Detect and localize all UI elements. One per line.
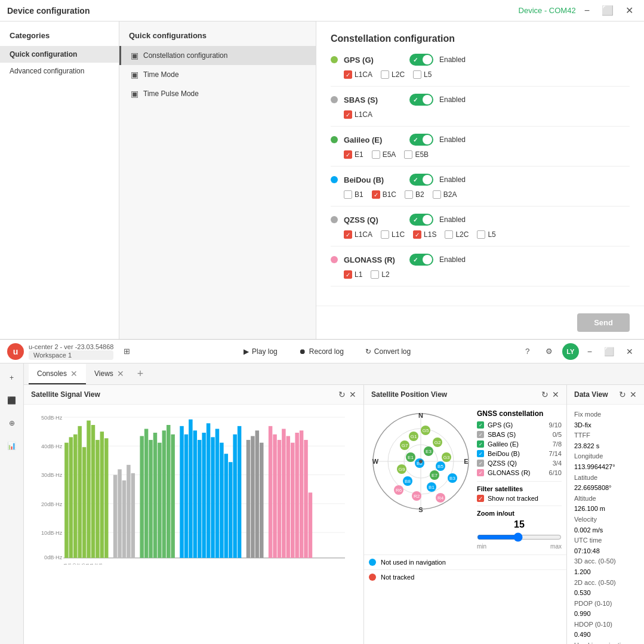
bottom-close-button[interactable]: ✕ (623, 346, 637, 358)
glonass-toggle[interactable]: ✓ (409, 254, 433, 266)
svg-text:N: N (418, 412, 423, 419)
ucenter-header: u u-center 2 - ver -23.03.54868 Workspac… (0, 340, 644, 363)
gnss-qzss-cb[interactable] (477, 460, 484, 467)
pdop-value: 0.990 (574, 609, 637, 620)
svg-rect-34 (171, 435, 175, 558)
altitude-value: 126.100 m (574, 504, 637, 514)
category-quick-config[interactable]: Quick configuration (0, 46, 119, 63)
views-wrapper: Consoles ✕ Views ✕ + Satellite Signal Vi… (24, 363, 644, 644)
qc-icon-timemode: ▣ (131, 70, 138, 79)
tab-views[interactable]: Views ✕ (86, 364, 133, 384)
gnss-glonass-cb[interactable]: ✓ (477, 469, 484, 476)
bottom-restore-button[interactable]: ⬜ (600, 346, 618, 358)
svg-rect-28 (144, 429, 149, 558)
minimize-button[interactable]: − (581, 4, 593, 17)
qzss-l1c[interactable]: L1C (381, 230, 405, 239)
zoom-slider[interactable] (477, 532, 562, 542)
category-advanced-config[interactable]: Advanced configuration (0, 63, 119, 79)
latitude-value: 22.6695808° (574, 483, 637, 494)
sbas-dot (331, 96, 338, 103)
tab-consoles-close[interactable]: ✕ (70, 369, 78, 378)
qzss-l2c[interactable]: L2C (445, 230, 469, 239)
gps-toggle[interactable]: ✓ (409, 54, 433, 66)
convert-log-button[interactable]: ↻ Convert log (360, 345, 415, 358)
sbas-toggle[interactable]: ✓ (409, 94, 433, 106)
glonass-l1[interactable]: L1 (344, 270, 362, 279)
nav-chart-icon[interactable]: 📊 (2, 436, 21, 455)
galileo-e5b[interactable]: E5B (404, 150, 429, 159)
qc-item-timemode[interactable]: ▣ Time Mode (119, 65, 316, 84)
close-button[interactable]: ✕ (622, 4, 637, 17)
record-log-button[interactable]: ⏺ Record log (294, 345, 349, 358)
constellation-qzss-row: QZSS (Q) ✓ Enabled (331, 214, 630, 226)
galileo-e5a[interactable]: E5A (372, 150, 396, 159)
qzss-toggle[interactable]: ✓ (409, 214, 433, 226)
svg-rect-17 (87, 421, 91, 558)
gnss-sbas-cb[interactable] (477, 431, 484, 438)
workspace-icon-button[interactable]: ⊞ (118, 343, 135, 360)
qzss-l1s[interactable]: L1S (413, 230, 436, 239)
svg-text:G5: G5 (423, 428, 429, 433)
nav-globe-icon[interactable]: ⊕ (2, 414, 21, 433)
svg-rect-54 (273, 435, 277, 558)
sbas-l1ca[interactable]: L1CA (344, 110, 372, 119)
svg-rect-21 (104, 438, 109, 558)
svg-rect-29 (149, 440, 153, 558)
beidou-b1[interactable]: B1 (344, 190, 363, 199)
position-view-close[interactable]: ✕ (552, 390, 559, 399)
svg-text:G3: G3 (443, 455, 450, 460)
constellation-gps-row: GPS (G) ✓ Enabled (331, 54, 630, 66)
glonass-l2[interactable]: L2 (371, 270, 389, 279)
gnss-gps-cb[interactable] (477, 421, 484, 429)
svg-text:R2: R2 (414, 494, 420, 499)
settings-button[interactable]: ⚙ (541, 343, 557, 360)
send-button[interactable]: Send (577, 313, 630, 332)
nav-chip-icon[interactable]: ⬛ (2, 391, 21, 410)
not-used-legend: Not used in navigation (364, 554, 566, 569)
svg-rect-52 (260, 443, 264, 558)
tab-add-button[interactable]: + (133, 365, 149, 383)
user-avatar-button[interactable]: LY (562, 343, 579, 360)
bottom-minimize-button[interactable]: − (584, 346, 596, 358)
help-button[interactable]: ? (519, 343, 536, 360)
restore-button[interactable]: ⬜ (598, 4, 617, 17)
signal-view-refresh[interactable]: ↻ (338, 390, 346, 399)
qc-item-timepulse[interactable]: ▣ Time Pulse Mode (119, 84, 316, 103)
beidou-b1c[interactable]: B1C (372, 190, 396, 199)
tab-views-close[interactable]: ✕ (117, 369, 124, 378)
gps-l1ca[interactable]: L1CA (344, 70, 372, 79)
constellation-sbas: SBAS (S) ✓ Enabled L1CA (331, 94, 630, 127)
beidou-b2[interactable]: B2 (405, 190, 424, 199)
constellation-beidou-row: BeiDou (B) ✓ Enabled (331, 174, 630, 186)
qc-label-timepulse: Time Pulse Mode (143, 90, 199, 98)
galileo-toggle[interactable]: ✓ (409, 134, 433, 146)
constellation-gps: GPS (G) ✓ Enabled L1CA L2C L5 (331, 54, 630, 87)
latitude-label: Latitude (574, 473, 637, 483)
qc-item-constellation[interactable]: ▣ Constellation configuration (119, 46, 316, 65)
beidou-b2a[interactable]: B2A (433, 190, 457, 199)
svg-text:34: 34 (90, 563, 94, 565)
svg-rect-46 (229, 462, 233, 558)
data-view-refresh[interactable]: ↻ (619, 390, 626, 399)
compass-svg: N E S W G5 G2 G (369, 409, 473, 514)
qzss-l5[interactable]: L5 (477, 230, 495, 239)
data-view-close[interactable]: ✕ (630, 390, 637, 399)
nav-add-button[interactable]: + (2, 368, 21, 387)
svg-rect-24 (122, 480, 127, 558)
position-view-refresh[interactable]: ↻ (541, 390, 549, 399)
filter-show-not-tracked-cb[interactable] (477, 495, 484, 502)
galileo-e1[interactable]: E1 (344, 150, 363, 159)
fix-mode-label: Fix mode (574, 409, 637, 420)
pdop-label: PDOP (0-10) (574, 599, 637, 609)
qzss-l1ca[interactable]: L1CA (344, 230, 372, 239)
gps-l5[interactable]: L5 (413, 70, 432, 79)
signal-view-close[interactable]: ✕ (349, 390, 356, 399)
gps-l2c[interactable]: L2C (381, 70, 405, 79)
hdop-value: 0.490 (574, 630, 637, 640)
gnss-beidou-cb[interactable]: ✓ (477, 450, 484, 457)
tab-consoles[interactable]: Consoles ✕ (29, 364, 86, 384)
gnss-galileo-cb[interactable] (477, 440, 484, 448)
beidou-toggle[interactable]: ✓ (409, 174, 433, 186)
svg-rect-33 (167, 425, 171, 558)
play-log-button[interactable]: ▶ Play log (239, 345, 282, 358)
